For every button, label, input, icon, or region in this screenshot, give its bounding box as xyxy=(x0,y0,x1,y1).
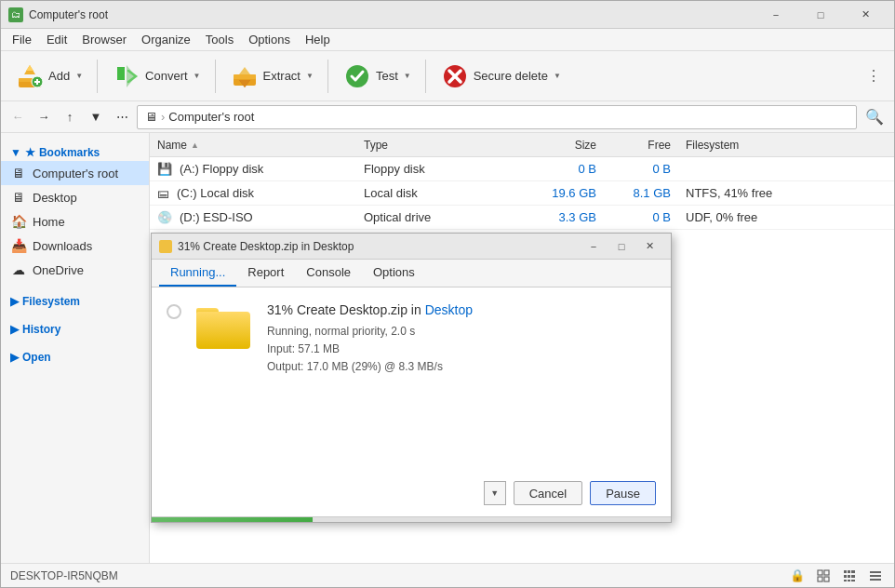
dialog-tabs: Running... Report Console Options xyxy=(152,260,671,287)
progress-spinner xyxy=(167,304,181,319)
dialog-progress-fill xyxy=(152,517,313,522)
dialog-tab-running[interactable]: Running... xyxy=(159,260,236,287)
dialog-footer: ▼ Cancel Pause xyxy=(152,474,671,516)
folder-icon xyxy=(196,302,252,349)
dialog-tab-report[interactable]: Report xyxy=(236,260,295,287)
dialog-tab-console[interactable]: Console xyxy=(295,260,362,287)
progress-detail: Running, normal priority, 2.0 s Input: 5… xyxy=(267,323,656,377)
dialog-close-button[interactable]: ✕ xyxy=(635,234,663,260)
dialog-tab-options[interactable]: Options xyxy=(362,260,426,287)
dialog-minimize-button[interactable]: − xyxy=(580,234,608,260)
status-line-1: Running, normal priority, 2.0 s xyxy=(267,323,656,341)
status-line-2: Input: 57.1 MB xyxy=(267,341,656,358)
dialog-icon xyxy=(159,240,172,253)
pause-button[interactable]: Pause xyxy=(590,481,656,505)
progress-destination: Desktop xyxy=(425,302,473,317)
cancel-button[interactable]: Cancel xyxy=(514,481,582,505)
dialog-title-bar: 31% Create Desktop.zip in Desktop − □ ✕ xyxy=(152,234,671,260)
dialog-progress-bar xyxy=(152,516,671,522)
dialog-maximize-button[interactable]: □ xyxy=(608,234,635,260)
dialog-body: 31% Create Desktop.zip in Desktop Runnin… xyxy=(152,287,671,474)
dialog-overlay: 31% Create Desktop.zip in Desktop − □ ✕ … xyxy=(0,0,895,588)
dialog-dropdown-button[interactable]: ▼ xyxy=(484,481,506,505)
spinner-container xyxy=(167,302,181,319)
progress-title: 31% Create Desktop.zip in Desktop xyxy=(267,302,656,317)
progress-title-text: 31% Create Desktop.zip in xyxy=(267,302,425,317)
dialog-title: 31% Create Desktop.zip in Desktop xyxy=(178,240,580,253)
progress-dialog: 31% Create Desktop.zip in Desktop − □ ✕ … xyxy=(151,233,672,523)
status-line-3: Output: 17.0 MB (29%) @ 8.3 MB/s xyxy=(267,358,656,376)
dialog-info-row: 31% Create Desktop.zip in Desktop Runnin… xyxy=(167,302,656,377)
progress-info: 31% Create Desktop.zip in Desktop Runnin… xyxy=(267,302,656,377)
